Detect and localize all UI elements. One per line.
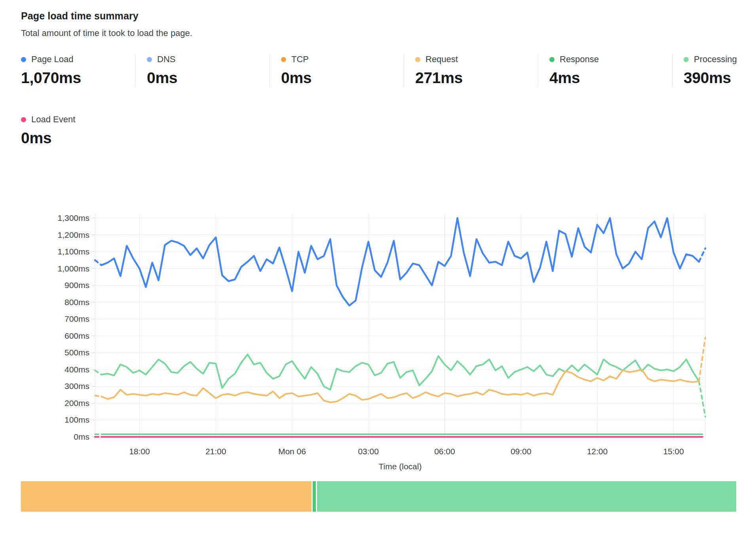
status-segment-response-share bbox=[313, 481, 316, 512]
status-segment-processing-share bbox=[317, 481, 736, 512]
page-load-legend-dot-icon bbox=[21, 57, 26, 62]
metric-card-tcp: TCP 0ms bbox=[270, 54, 404, 87]
x-tick-label: Mon 06 bbox=[278, 447, 306, 456]
status-timeline-bar bbox=[21, 481, 739, 512]
metric-label: TCP bbox=[291, 54, 309, 65]
dns-legend-dot-icon bbox=[147, 57, 152, 62]
metric-label: DNS bbox=[157, 54, 175, 65]
metric-value: 4ms bbox=[549, 69, 672, 87]
y-tick-label: 1,300ms bbox=[57, 213, 89, 222]
series-page-load bbox=[95, 218, 705, 305]
y-tick-label: 500ms bbox=[65, 348, 89, 357]
page-subtitle: Total amount of time it took to load the… bbox=[21, 28, 756, 38]
processing-legend-dot-icon bbox=[684, 57, 689, 62]
y-tick-label: 700ms bbox=[65, 314, 89, 323]
y-tick-label: 100ms bbox=[65, 415, 89, 424]
y-tick-label: 300ms bbox=[65, 381, 89, 391]
y-tick-label: 400ms bbox=[65, 365, 89, 374]
x-tick-label: 15:00 bbox=[663, 447, 684, 456]
y-tick-label: 800ms bbox=[65, 298, 89, 307]
metric-label: Processing bbox=[694, 54, 737, 65]
metric-value: 271ms bbox=[415, 69, 538, 87]
metric-value: 390ms bbox=[684, 69, 756, 87]
metric-label: Request bbox=[425, 54, 458, 65]
metric-label: Page Load bbox=[31, 54, 73, 65]
metric-card-dns: DNS 0ms bbox=[135, 54, 270, 87]
metric-card-load-event: Load Event 0ms bbox=[21, 114, 135, 147]
x-tick-label: 12:00 bbox=[587, 447, 608, 456]
panel-header: Page load time summary Total amount of t… bbox=[21, 10, 756, 38]
metric-label: Response bbox=[560, 54, 599, 65]
metric-card-response: Response 4ms bbox=[538, 54, 672, 87]
chart-svg-container[interactable]: 0ms100ms200ms300ms400ms500ms600ms700ms80… bbox=[10, 206, 756, 474]
metrics-row: Page Load 1,070ms DNS 0ms TCP 0ms Reques… bbox=[21, 54, 756, 87]
page-title: Page load time summary bbox=[21, 10, 756, 22]
series-request bbox=[95, 338, 705, 402]
y-tick-label: 0ms bbox=[74, 432, 89, 441]
x-tick-label: 09:00 bbox=[511, 447, 532, 456]
x-axis-title: Time (local) bbox=[379, 462, 422, 471]
metric-value: 0ms bbox=[21, 129, 135, 147]
load-event-legend-dot-icon bbox=[21, 117, 26, 122]
x-tick-label: 21:00 bbox=[205, 447, 226, 456]
metric-card-processing: Processing 390ms bbox=[672, 54, 756, 87]
metrics-row-2: Load Event 0ms bbox=[21, 114, 756, 147]
status-segment-request-share bbox=[21, 481, 312, 512]
y-tick-label: 1,000ms bbox=[57, 264, 89, 273]
y-tick-label: 1,200ms bbox=[57, 230, 89, 239]
metric-value: 0ms bbox=[281, 69, 404, 87]
y-tick-label: 900ms bbox=[65, 281, 89, 290]
x-tick-label: 03:00 bbox=[358, 447, 379, 456]
metric-value: 0ms bbox=[147, 69, 270, 87]
y-tick-label: 1,100ms bbox=[57, 247, 89, 256]
request-legend-dot-icon bbox=[415, 57, 420, 62]
x-tick-label: 06:00 bbox=[434, 447, 455, 456]
y-tick-label: 600ms bbox=[65, 331, 89, 340]
tcp-legend-dot-icon bbox=[281, 57, 286, 62]
gridlines bbox=[92, 214, 705, 440]
y-tick-label: 200ms bbox=[65, 398, 89, 408]
x-tick-label: 18:00 bbox=[129, 447, 150, 456]
metric-label: Load Event bbox=[31, 114, 75, 125]
line-chart-svg[interactable]: 0ms100ms200ms300ms400ms500ms600ms700ms80… bbox=[10, 206, 746, 472]
series-processing bbox=[95, 355, 705, 417]
metric-card-request: Request 271ms bbox=[404, 54, 538, 87]
metric-value: 1,070ms bbox=[21, 69, 135, 87]
metric-card-page-load: Page Load 1,070ms bbox=[21, 54, 135, 87]
response-legend-dot-icon bbox=[549, 57, 555, 62]
page-load-time-chart[interactable]: 0ms100ms200ms300ms400ms500ms600ms700ms80… bbox=[10, 206, 756, 474]
